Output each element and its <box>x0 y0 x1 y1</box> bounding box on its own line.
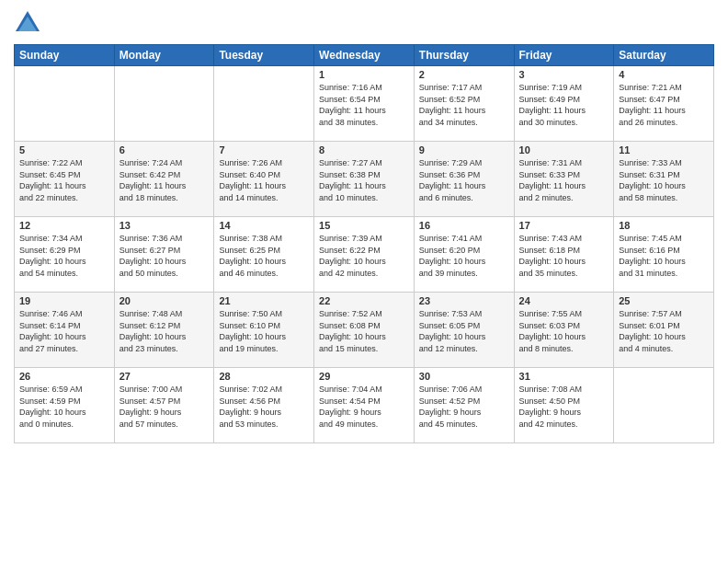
cell-content: Sunrise: 7:21 AM Sunset: 6:47 PM Dayligh… <box>619 82 709 128</box>
cell-content: Sunrise: 7:45 AM Sunset: 6:16 PM Dayligh… <box>619 233 709 279</box>
calendar-cell: 18Sunrise: 7:45 AM Sunset: 6:16 PM Dayli… <box>614 217 714 293</box>
calendar-cell: 30Sunrise: 7:06 AM Sunset: 4:52 PM Dayli… <box>414 368 514 443</box>
day-number: 9 <box>419 144 509 155</box>
calendar-cell: 29Sunrise: 7:04 AM Sunset: 4:54 PM Dayli… <box>314 368 415 443</box>
calendar-cell: 1Sunrise: 7:16 AM Sunset: 6:54 PM Daylig… <box>314 66 415 142</box>
day-header-sunday: Sunday <box>15 45 115 66</box>
calendar-cell: 19Sunrise: 7:46 AM Sunset: 6:14 PM Dayli… <box>15 293 115 368</box>
logo <box>14 9 45 37</box>
day-number: 16 <box>419 220 509 231</box>
calendar-cell: 4Sunrise: 7:21 AM Sunset: 6:47 PM Daylig… <box>614 66 714 142</box>
day-number: 4 <box>619 69 709 80</box>
cell-content: Sunrise: 7:48 AM Sunset: 6:12 PM Dayligh… <box>119 308 210 354</box>
cell-content: Sunrise: 7:17 AM Sunset: 6:52 PM Dayligh… <box>419 82 509 128</box>
calendar-cell: 8Sunrise: 7:27 AM Sunset: 6:38 PM Daylig… <box>314 142 415 217</box>
day-header-wednesday: Wednesday <box>314 45 415 66</box>
week-row: 5Sunrise: 7:22 AM Sunset: 6:45 PM Daylig… <box>15 142 714 217</box>
calendar-cell: 15Sunrise: 7:39 AM Sunset: 6:22 PM Dayli… <box>314 217 415 293</box>
day-number: 23 <box>419 295 509 306</box>
cell-content: Sunrise: 7:33 AM Sunset: 6:31 PM Dayligh… <box>619 157 709 203</box>
day-number: 7 <box>219 144 309 155</box>
day-number: 19 <box>19 295 109 306</box>
day-number: 11 <box>619 144 709 155</box>
calendar-cell: 10Sunrise: 7:31 AM Sunset: 6:33 PM Dayli… <box>514 142 614 217</box>
day-number: 2 <box>419 69 509 80</box>
week-row: 19Sunrise: 7:46 AM Sunset: 6:14 PM Dayli… <box>15 293 714 368</box>
day-number: 26 <box>19 371 109 382</box>
calendar-cell <box>214 66 314 142</box>
calendar-body: 1Sunrise: 7:16 AM Sunset: 6:54 PM Daylig… <box>15 66 714 443</box>
day-number: 15 <box>319 220 409 231</box>
page: SundayMondayTuesdayWednesdayThursdayFrid… <box>0 0 728 563</box>
calendar-cell: 6Sunrise: 7:24 AM Sunset: 6:42 PM Daylig… <box>114 142 214 217</box>
calendar-cell: 25Sunrise: 7:57 AM Sunset: 6:01 PM Dayli… <box>614 293 714 368</box>
cell-content: Sunrise: 7:36 AM Sunset: 6:27 PM Dayligh… <box>119 233 210 279</box>
cell-content: Sunrise: 7:57 AM Sunset: 6:01 PM Dayligh… <box>619 308 709 354</box>
cell-content: Sunrise: 7:08 AM Sunset: 4:50 PM Dayligh… <box>519 384 609 430</box>
day-number: 29 <box>319 371 409 382</box>
day-number: 5 <box>19 144 109 155</box>
calendar-cell: 9Sunrise: 7:29 AM Sunset: 6:36 PM Daylig… <box>414 142 514 217</box>
cell-content: Sunrise: 7:38 AM Sunset: 6:25 PM Dayligh… <box>219 233 309 279</box>
calendar-cell: 24Sunrise: 7:55 AM Sunset: 6:03 PM Dayli… <box>514 293 614 368</box>
cell-content: Sunrise: 7:43 AM Sunset: 6:18 PM Dayligh… <box>519 233 609 279</box>
cell-content: Sunrise: 7:29 AM Sunset: 6:36 PM Dayligh… <box>419 157 509 203</box>
calendar-cell: 22Sunrise: 7:52 AM Sunset: 6:08 PM Dayli… <box>314 293 415 368</box>
cell-content: Sunrise: 6:59 AM Sunset: 4:59 PM Dayligh… <box>19 384 109 430</box>
cell-content: Sunrise: 7:26 AM Sunset: 6:40 PM Dayligh… <box>219 157 309 203</box>
cell-content: Sunrise: 7:27 AM Sunset: 6:38 PM Dayligh… <box>319 157 409 203</box>
logo-icon <box>14 9 41 37</box>
cell-content: Sunrise: 7:34 AM Sunset: 6:29 PM Dayligh… <box>19 233 109 279</box>
day-number: 31 <box>519 371 609 382</box>
day-header-saturday: Saturday <box>614 45 714 66</box>
week-row: 1Sunrise: 7:16 AM Sunset: 6:54 PM Daylig… <box>15 66 714 142</box>
calendar-cell <box>15 66 115 142</box>
day-number: 14 <box>219 220 309 231</box>
day-header-monday: Monday <box>114 45 214 66</box>
day-header-thursday: Thursday <box>414 45 514 66</box>
cell-content: Sunrise: 7:52 AM Sunset: 6:08 PM Dayligh… <box>319 308 409 354</box>
calendar-cell: 16Sunrise: 7:41 AM Sunset: 6:20 PM Dayli… <box>414 217 514 293</box>
header <box>14 9 714 37</box>
calendar-header: SundayMondayTuesdayWednesdayThursdayFrid… <box>15 45 714 66</box>
day-number: 10 <box>519 144 609 155</box>
calendar-cell: 26Sunrise: 6:59 AM Sunset: 4:59 PM Dayli… <box>15 368 115 443</box>
cell-content: Sunrise: 7:39 AM Sunset: 6:22 PM Dayligh… <box>319 233 409 279</box>
week-row: 26Sunrise: 6:59 AM Sunset: 4:59 PM Dayli… <box>15 368 714 443</box>
day-number: 21 <box>219 295 309 306</box>
calendar-cell: 14Sunrise: 7:38 AM Sunset: 6:25 PM Dayli… <box>214 217 314 293</box>
cell-content: Sunrise: 7:04 AM Sunset: 4:54 PM Dayligh… <box>319 384 409 430</box>
calendar-cell: 23Sunrise: 7:53 AM Sunset: 6:05 PM Dayli… <box>414 293 514 368</box>
cell-content: Sunrise: 7:06 AM Sunset: 4:52 PM Dayligh… <box>419 384 509 430</box>
day-number: 28 <box>219 371 309 382</box>
calendar-cell <box>114 66 214 142</box>
cell-content: Sunrise: 7:50 AM Sunset: 6:10 PM Dayligh… <box>219 308 309 354</box>
cell-content: Sunrise: 7:55 AM Sunset: 6:03 PM Dayligh… <box>519 308 609 354</box>
calendar-cell: 13Sunrise: 7:36 AM Sunset: 6:27 PM Dayli… <box>114 217 214 293</box>
day-number: 30 <box>419 371 509 382</box>
calendar-cell: 3Sunrise: 7:19 AM Sunset: 6:49 PM Daylig… <box>514 66 614 142</box>
day-number: 3 <box>519 69 609 80</box>
day-number: 25 <box>619 295 709 306</box>
day-number: 27 <box>119 371 210 382</box>
day-header-tuesday: Tuesday <box>214 45 314 66</box>
day-number: 1 <box>319 69 409 80</box>
calendar-cell: 2Sunrise: 7:17 AM Sunset: 6:52 PM Daylig… <box>414 66 514 142</box>
day-number: 20 <box>119 295 210 306</box>
calendar-cell: 20Sunrise: 7:48 AM Sunset: 6:12 PM Dayli… <box>114 293 214 368</box>
calendar-cell: 27Sunrise: 7:00 AM Sunset: 4:57 PM Dayli… <box>114 368 214 443</box>
calendar-cell: 5Sunrise: 7:22 AM Sunset: 6:45 PM Daylig… <box>15 142 115 217</box>
day-number: 8 <box>319 144 409 155</box>
calendar-cell: 11Sunrise: 7:33 AM Sunset: 6:31 PM Dayli… <box>614 142 714 217</box>
cell-content: Sunrise: 7:53 AM Sunset: 6:05 PM Dayligh… <box>419 308 509 354</box>
calendar-cell: 21Sunrise: 7:50 AM Sunset: 6:10 PM Dayli… <box>214 293 314 368</box>
day-number: 12 <box>19 220 109 231</box>
calendar-cell: 7Sunrise: 7:26 AM Sunset: 6:40 PM Daylig… <box>214 142 314 217</box>
day-number: 18 <box>619 220 709 231</box>
cell-content: Sunrise: 7:00 AM Sunset: 4:57 PM Dayligh… <box>119 384 210 430</box>
calendar-cell <box>614 368 714 443</box>
calendar-cell: 31Sunrise: 7:08 AM Sunset: 4:50 PM Dayli… <box>514 368 614 443</box>
cell-content: Sunrise: 7:22 AM Sunset: 6:45 PM Dayligh… <box>19 157 109 203</box>
day-number: 22 <box>319 295 409 306</box>
days-header-row: SundayMondayTuesdayWednesdayThursdayFrid… <box>15 45 714 66</box>
